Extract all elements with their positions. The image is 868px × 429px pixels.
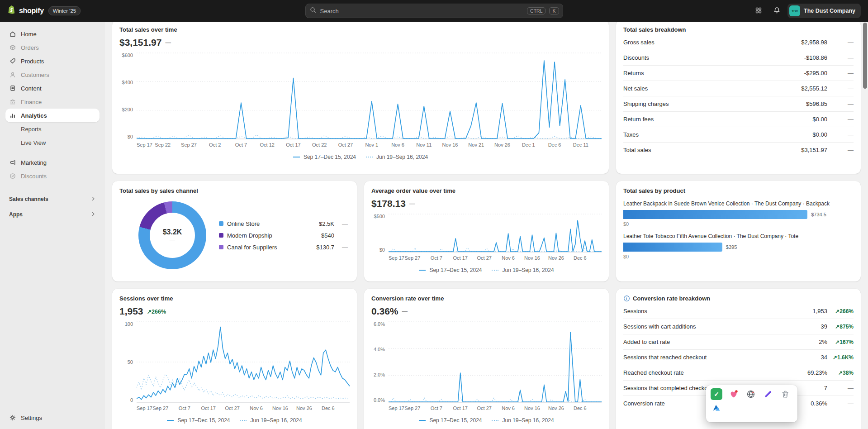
row-delta: — xyxy=(827,39,854,46)
sales-by-product-card: Total sales by product Leather Backpack … xyxy=(616,181,861,281)
shopify-logo[interactable]: shopify xyxy=(7,5,44,17)
topbar-left: shopify Winter '25 xyxy=(7,5,81,17)
chart-svg xyxy=(137,321,350,403)
sidebar-section-apps[interactable]: Apps xyxy=(5,208,100,221)
x-axis-label: Nov 16 xyxy=(524,405,540,411)
row-label: Gross sales xyxy=(623,39,801,46)
current-period-marker xyxy=(419,270,426,271)
row-value: 0.36% xyxy=(811,400,827,407)
sidebar-item-orders[interactable]: Orders xyxy=(5,41,100,54)
pen-icon[interactable] xyxy=(762,388,774,400)
section-label: Apps xyxy=(9,211,23,218)
sidebar-item-finance[interactable]: Finance xyxy=(5,95,100,109)
table-row[interactable]: Taxes$0.00— xyxy=(623,127,854,143)
table-row[interactable]: Reached checkout rate69.23%↗38% xyxy=(623,365,854,381)
table-row[interactable]: Return fees$0.00— xyxy=(623,112,854,127)
table-row[interactable]: Gross sales$2,958.98— xyxy=(623,35,854,50)
product-bar-group: Leather Backpack in Suede Brown Venice C… xyxy=(623,200,854,227)
check-icon[interactable]: ✓ xyxy=(711,388,722,400)
vertical-scrollbar[interactable] xyxy=(863,23,867,89)
card-title: Total sales by sales channel xyxy=(119,187,350,194)
chart-area: 100500 Sep 17Sep 27Oct 7Oct 17Oct 27Nov … xyxy=(119,321,350,413)
row-label: Shipping charges xyxy=(623,100,806,107)
orders-icon xyxy=(9,44,16,51)
y-axis-labels: $500$0 xyxy=(371,214,389,253)
x-axis-label: Oct 27 xyxy=(477,255,491,261)
card-title: Sessions over time xyxy=(119,295,350,302)
info-icon[interactable] xyxy=(623,295,630,302)
table-row[interactable]: Returns-$295.00— xyxy=(623,66,854,81)
store-initials: TDC xyxy=(792,10,798,13)
legend-current-label: Sep 17–Dec 15, 2024 xyxy=(429,267,482,273)
y-axis-label: $500 xyxy=(374,214,385,219)
globe-icon[interactable] xyxy=(745,388,757,400)
row-label: Total sales xyxy=(623,147,801,153)
x-axis-label: Oct 17 xyxy=(453,255,468,261)
legend-item[interactable]: Online Store $2.5K — xyxy=(219,220,348,227)
table-row[interactable]: Discounts-$108.86— xyxy=(623,50,854,66)
table-row[interactable]: Net sales$2,555.12— xyxy=(623,81,854,96)
sidebar-item-marketing[interactable]: Marketing xyxy=(5,156,100,169)
winter-25-badge[interactable]: Winter '25 xyxy=(48,6,81,15)
x-axis-label: Sep 27 xyxy=(181,142,197,148)
row-value: -$108.86 xyxy=(804,54,827,61)
x-axis-label: Oct 7 xyxy=(431,255,442,261)
apps-grid-button[interactable] xyxy=(751,4,766,18)
sidebar-section-sales-channels[interactable]: Sales channels xyxy=(5,193,100,205)
trash-icon[interactable] xyxy=(779,388,791,400)
legend-item[interactable]: Canal for Suppliers $130.7 — xyxy=(219,244,348,251)
sales-breakdown-table: Gross sales$2,958.98—Discounts-$108.86—R… xyxy=(623,35,854,157)
sidebar-item-content[interactable]: Content xyxy=(5,81,100,95)
heart-icon[interactable] xyxy=(728,388,740,400)
x-axis-labels: Sep 17Sep 27Oct 7Oct 17Oct 27Nov 6Nov 16… xyxy=(137,405,350,413)
row-value: 34 xyxy=(821,354,827,361)
sidebar-item-live-view[interactable]: Live View xyxy=(5,136,100,149)
table-row[interactable]: Added to cart rate2%↗167% xyxy=(623,334,854,350)
x-axis-label: Nov 16 xyxy=(272,405,288,411)
search-input[interactable] xyxy=(320,8,524,14)
channel-value: $130.7 xyxy=(316,244,334,251)
sidebar-item-settings[interactable]: Settings xyxy=(5,411,100,424)
sidebar-item-discounts[interactable]: Discounts xyxy=(5,169,100,183)
legend-current-label: Sep 17–Dec 15, 2024 xyxy=(177,417,230,424)
product-bar[interactable] xyxy=(623,210,807,219)
x-axis-label: Nov 26 xyxy=(296,405,312,411)
x-axis-label: Sep 27 xyxy=(404,255,420,261)
app-logo-icon[interactable] xyxy=(711,402,722,414)
channel-color-chip xyxy=(219,221,223,226)
table-row[interactable]: Sessions with cart additions39↗875% xyxy=(623,319,854,334)
table-row[interactable]: Sessions1,953↗266% xyxy=(623,304,854,319)
search-bar[interactable]: CTRL K xyxy=(305,4,563,18)
metric: 1,953 ↗266% xyxy=(119,306,350,317)
sidebar-item-products[interactable]: Products xyxy=(5,54,100,68)
sidebar-item-reports[interactable]: Reports xyxy=(5,122,100,136)
sidebar-item-customers[interactable]: Customers xyxy=(5,68,100,81)
x-axis-label: Dec 6 xyxy=(322,405,335,411)
legend-current-label: Sep 17–Dec 15, 2024 xyxy=(304,154,356,160)
x-axis-labels: Sep 17Sep 27Oct 7Oct 17Oct 27Nov 6Nov 16… xyxy=(389,405,602,413)
store-menu[interactable]: TDC The Dust Company xyxy=(787,4,861,18)
x-axis-label: Sep 27 xyxy=(152,405,168,411)
table-row[interactable]: Shipping charges$596.85— xyxy=(623,96,854,112)
x-axis-label: Sep 22 xyxy=(155,142,171,148)
sidebar-item-home[interactable]: Home xyxy=(5,27,100,41)
table-row[interactable]: Sessions that reached checkout34↗1.6K% xyxy=(623,350,854,365)
discount-icon xyxy=(9,172,16,180)
chevron-right-icon xyxy=(90,196,96,203)
sidebar-item-analytics[interactable]: Analytics xyxy=(5,109,100,122)
row-label: Returns xyxy=(623,70,804,76)
notifications-button[interactable] xyxy=(769,4,784,18)
conversion-rate-over-time-card: Conversion rate over time 0.36% — 6.0%4.… xyxy=(364,289,609,429)
table-row[interactable]: Total sales$3,151.97— xyxy=(623,143,854,157)
product-bar[interactable] xyxy=(623,243,722,252)
y-axis-label: 0.0% xyxy=(374,397,385,403)
chart-legend: Sep 17–Dec 15, 2024 Jun 19–Sep 16, 2024 xyxy=(371,267,602,273)
store-name: The Dust Company xyxy=(804,8,855,14)
analytics-dashboard: Total sales over time $3,151.97 — $600$4… xyxy=(105,22,868,429)
legend-item[interactable]: Modern Dropship $540 — xyxy=(219,232,348,239)
donut-center: $3.2K — xyxy=(150,213,195,258)
row-value: 69.23% xyxy=(807,369,827,376)
metric-value: $178.13 xyxy=(371,198,406,209)
chart-area: 6.0%4.0%2.0%0.0% Sep 17Sep 27Oct 7Oct 17… xyxy=(371,321,602,413)
sales-by-channel-card: Total sales by sales channel $3.2K — Onl… xyxy=(112,181,357,281)
